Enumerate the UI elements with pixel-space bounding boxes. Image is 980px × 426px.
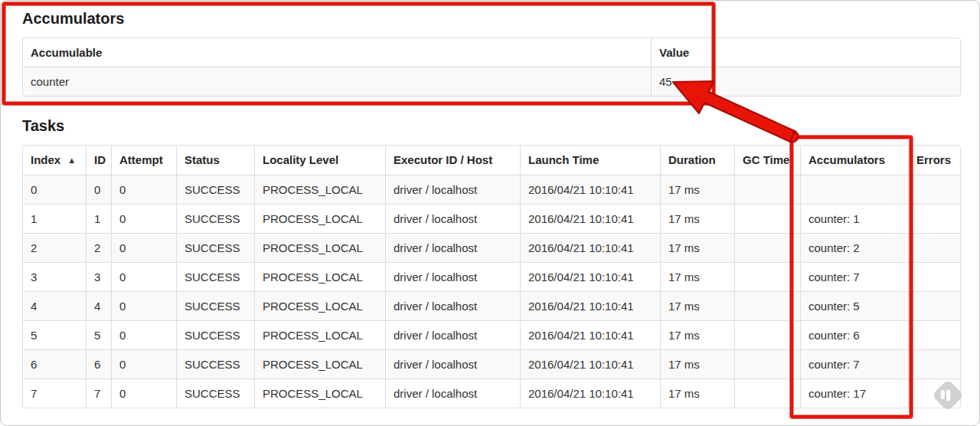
column-label: Errors xyxy=(916,153,951,166)
task-index-cell: 6 xyxy=(23,349,86,378)
task-id-cell: 4 xyxy=(86,291,111,320)
tasks-column-header[interactable]: ID xyxy=(86,146,111,175)
task-errors-cell xyxy=(908,291,960,320)
task-attempt-cell: 0 xyxy=(111,320,176,349)
task-status-cell: SUCCESS xyxy=(176,262,254,291)
task-launch-time-cell: 2016/04/21 10:10:41 xyxy=(520,204,660,233)
task-id-cell: 1 xyxy=(86,204,111,233)
task-row: 4 4 0 SUCCESS PROCESS_LOCAL driver / loc… xyxy=(23,291,960,320)
tasks-header-row: Index▲IDAttemptStatusLocality LevelExecu… xyxy=(23,146,960,175)
tasks-column-header[interactable]: Errors xyxy=(908,146,960,175)
task-gc-time-cell xyxy=(734,204,800,233)
tasks-column-header[interactable]: Launch Time xyxy=(520,146,660,175)
task-index-cell: 1 xyxy=(23,204,86,233)
task-gc-time-cell xyxy=(734,378,800,408)
tasks-column-header[interactable]: Locality Level xyxy=(254,146,385,175)
task-duration-cell: 17 ms xyxy=(660,349,734,378)
task-duration-cell: 17 ms xyxy=(660,378,734,408)
task-accumulators-cell: counter: 7 xyxy=(800,349,908,378)
task-duration-cell: 17 ms xyxy=(660,204,734,233)
task-attempt-cell: 0 xyxy=(111,349,176,378)
tasks-table: Index▲IDAttemptStatusLocality LevelExecu… xyxy=(22,145,961,408)
accumulable-column-header: Accumulable xyxy=(23,38,651,67)
task-launch-time-cell: 2016/04/21 10:10:41 xyxy=(520,291,660,320)
task-errors-cell xyxy=(908,262,960,291)
accumulators-heading: Accumulators xyxy=(22,10,959,28)
task-row: 7 7 0 SUCCESS PROCESS_LOCAL driver / loc… xyxy=(23,378,960,408)
task-row: 5 5 0 SUCCESS PROCESS_LOCAL driver / loc… xyxy=(23,320,960,349)
task-row: 2 2 0 SUCCESS PROCESS_LOCAL driver / loc… xyxy=(23,233,960,262)
task-launch-time-cell: 2016/04/21 10:10:41 xyxy=(520,262,660,291)
column-label: Status xyxy=(185,153,220,166)
tasks-column-header[interactable]: Attempt xyxy=(111,146,176,175)
task-accumulators-cell: counter: 6 xyxy=(800,320,908,349)
tasks-column-header[interactable]: GC Time xyxy=(734,146,800,175)
accumulators-header-row: Accumulable Value xyxy=(23,38,960,67)
task-index-cell: 4 xyxy=(23,291,86,320)
column-label: Index xyxy=(31,153,60,166)
spark-stage-page: Accumulators Accumulable Value counter 4… xyxy=(0,0,980,426)
task-index-cell: 3 xyxy=(23,262,86,291)
column-label: ID xyxy=(94,153,106,166)
task-status-cell: SUCCESS xyxy=(176,320,254,349)
task-attempt-cell: 0 xyxy=(111,233,176,262)
task-duration-cell: 17 ms xyxy=(660,262,734,291)
task-locality-cell: PROCESS_LOCAL xyxy=(254,233,385,262)
task-duration-cell: 17 ms xyxy=(660,233,734,262)
task-status-cell: SUCCESS xyxy=(176,349,254,378)
column-label: Attempt xyxy=(119,153,163,166)
task-launch-time-cell: 2016/04/21 10:10:41 xyxy=(520,233,660,262)
task-index-cell: 7 xyxy=(23,378,86,408)
task-row: 3 3 0 SUCCESS PROCESS_LOCAL driver / loc… xyxy=(23,262,960,291)
task-gc-time-cell xyxy=(734,349,800,378)
task-gc-time-cell xyxy=(734,175,800,204)
task-executor-cell: driver / localhost xyxy=(385,320,520,349)
task-status-cell: SUCCESS xyxy=(176,204,254,233)
task-accumulators-cell: counter: 17 xyxy=(800,378,908,408)
task-executor-cell: driver / localhost xyxy=(385,291,520,320)
task-attempt-cell: 0 xyxy=(111,291,176,320)
tasks-column-header[interactable]: Duration xyxy=(660,146,734,175)
task-errors-cell xyxy=(908,349,960,378)
task-duration-cell: 17 ms xyxy=(660,175,734,204)
sort-ascending-icon: ▲ xyxy=(67,156,76,165)
task-errors-cell xyxy=(908,233,960,262)
task-accumulators-cell: counter: 1 xyxy=(800,204,908,233)
accumulable-name-cell: counter xyxy=(23,67,651,96)
task-status-cell: SUCCESS xyxy=(176,291,254,320)
task-executor-cell: driver / localhost xyxy=(385,204,520,233)
task-row: 6 6 0 SUCCESS PROCESS_LOCAL driver / loc… xyxy=(23,349,960,378)
column-label: GC Time xyxy=(743,153,789,166)
task-accumulators-cell: counter: 7 xyxy=(800,262,908,291)
task-locality-cell: PROCESS_LOCAL xyxy=(254,378,385,408)
task-accumulators-cell xyxy=(800,175,908,204)
task-locality-cell: PROCESS_LOCAL xyxy=(254,175,385,204)
task-locality-cell: PROCESS_LOCAL xyxy=(254,291,385,320)
task-errors-cell xyxy=(908,320,960,349)
tasks-column-header[interactable]: Status xyxy=(176,146,254,175)
value-column-header: Value xyxy=(651,38,960,67)
column-label: Launch Time xyxy=(528,153,599,166)
task-launch-time-cell: 2016/04/21 10:10:41 xyxy=(520,320,660,349)
task-gc-time-cell xyxy=(734,320,800,349)
task-attempt-cell: 0 xyxy=(111,378,176,408)
column-label: Duration xyxy=(668,153,716,166)
task-index-cell: 0 xyxy=(23,175,86,204)
task-launch-time-cell: 2016/04/21 10:10:41 xyxy=(520,378,660,408)
tasks-heading: Tasks xyxy=(22,117,959,135)
task-status-cell: SUCCESS xyxy=(176,175,254,204)
task-attempt-cell: 0 xyxy=(111,175,176,204)
task-row: 1 1 0 SUCCESS PROCESS_LOCAL driver / loc… xyxy=(23,204,960,233)
task-locality-cell: PROCESS_LOCAL xyxy=(254,262,385,291)
tasks-column-header[interactable]: Index▲ xyxy=(23,146,86,175)
task-attempt-cell: 0 xyxy=(111,204,176,233)
tasks-column-header[interactable]: Executor ID / Host xyxy=(385,146,520,175)
task-row: 0 0 0 SUCCESS PROCESS_LOCAL driver / loc… xyxy=(23,175,960,204)
task-executor-cell: driver / localhost xyxy=(385,262,520,291)
task-launch-time-cell: 2016/04/21 10:10:41 xyxy=(520,349,660,378)
task-errors-cell xyxy=(908,204,960,233)
tasks-column-header[interactable]: Accumulators xyxy=(800,146,908,175)
task-id-cell: 5 xyxy=(86,320,111,349)
accumulable-value-cell: 45 xyxy=(651,67,960,96)
task-status-cell: SUCCESS xyxy=(176,233,254,262)
